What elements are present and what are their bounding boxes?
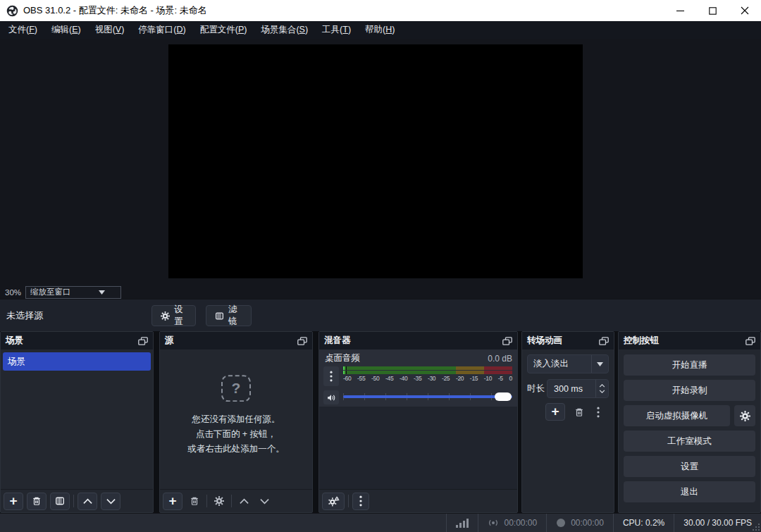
chevron-up-icon (240, 498, 249, 505)
gear-icon (214, 496, 224, 506)
menu-item[interactable]: 编辑(E) (44, 21, 88, 39)
channel-options-button[interactable] (323, 366, 339, 386)
menu-item[interactable]: 停靠窗口(D) (131, 21, 192, 39)
menu-item[interactable]: 帮助(H) (358, 21, 402, 39)
zoom-mode-dropdown[interactable]: 缩放至窗口 (25, 286, 121, 299)
chevron-down-icon (591, 355, 608, 373)
chevron-down-icon (99, 290, 105, 295)
advanced-audio-properties-button[interactable] (322, 493, 345, 510)
minimize-button[interactable] (664, 0, 696, 21)
move-scene-up-button[interactable] (78, 493, 97, 510)
chevron-down-icon (106, 498, 116, 505)
add-transition-button[interactable]: + (545, 403, 565, 421)
meter-bar-left (343, 366, 512, 370)
source-context-toolbar: 未选择源 设置 (0, 299, 761, 331)
mixer-options-button[interactable] (352, 493, 369, 510)
filter-icon (55, 496, 65, 506)
popout-icon[interactable] (599, 337, 609, 345)
trash-icon (574, 407, 584, 417)
toolbar-separator (73, 495, 74, 507)
stream-time-value: 00:00:00 (504, 518, 537, 528)
double-gear-icon (328, 496, 340, 507)
meter-scale-tick: 0 (509, 375, 512, 382)
plus-icon: + (9, 494, 17, 507)
settings-button[interactable]: 设置 (624, 456, 755, 477)
controls-panel: 控制按钮 开始直播 开始录制 启动虚拟摄像机 (618, 331, 761, 513)
transition-options-button[interactable] (593, 403, 603, 421)
move-scene-down-button[interactable] (101, 493, 120, 510)
menu-item[interactable]: 配置文件(P) (193, 21, 254, 39)
menu-item[interactable]: 工具(T) (315, 21, 358, 39)
virtual-camera-config-button[interactable] (734, 405, 755, 426)
source-properties-toolbar-button[interactable] (211, 493, 228, 510)
controls-panel-header: 控制按钮 (619, 332, 760, 349)
scene-filters-button[interactable] (50, 493, 70, 510)
maximize-button[interactable] (696, 0, 729, 21)
trash-icon (190, 496, 199, 506)
studio-mode-button[interactable]: 工作室模式 (624, 431, 755, 452)
cpu-usage-value: CPU: 0.2% (623, 518, 664, 528)
transition-select[interactable]: 淡入淡出 (527, 354, 609, 373)
exit-button[interactable]: 退出 (624, 481, 755, 502)
source-properties-button[interactable]: 设置 (151, 305, 196, 326)
popout-icon[interactable] (138, 337, 148, 345)
add-scene-button[interactable]: + (4, 493, 23, 510)
start-streaming-button[interactable]: 开始直播 (624, 354, 755, 376)
start-recording-button[interactable]: 开始录制 (624, 380, 755, 401)
sources-empty-line: 点击下面的 + 按钮， (160, 427, 312, 442)
remove-scene-button[interactable] (27, 493, 47, 510)
dock-area: 场景 场景 + (0, 331, 761, 513)
fps-value: 30.00 / 30.00 FPS (683, 518, 752, 528)
scenes-toolbar: + (1, 489, 153, 512)
remove-transition-button[interactable] (571, 403, 588, 421)
add-source-button[interactable]: + (163, 493, 182, 510)
meter-scale-tick: -60 (343, 375, 351, 382)
mixer-body: 桌面音频 0.0 dB (319, 349, 517, 489)
popout-icon[interactable] (297, 337, 307, 345)
record-icon (556, 518, 566, 528)
meter-scale-tick: -55 (357, 375, 365, 382)
record-time-value: 00:00:00 (571, 518, 604, 528)
remove-source-button[interactable] (186, 493, 203, 510)
menu-item[interactable]: 视图(V) (88, 21, 132, 39)
scenes-list: 场景 (1, 349, 153, 489)
source-filters-button[interactable]: 滤镜 (206, 305, 252, 326)
source-properties-label: 设置 (174, 304, 187, 328)
meter-scale-tick: -20 (456, 375, 464, 382)
sources-panel-header: 源 (160, 332, 312, 349)
spin-arrows[interactable] (595, 380, 608, 397)
window-title: OBS 31.0.2 - 配置文件: 未命名 - 场景: 未命名 (23, 4, 207, 17)
resize-grip[interactable] (752, 523, 760, 531)
move-source-down-button[interactable] (256, 493, 273, 510)
spin-up-icon (599, 384, 605, 388)
popout-icon[interactable] (502, 337, 512, 345)
kebab-menu-icon (597, 407, 600, 418)
move-source-up-button[interactable] (235, 493, 252, 510)
sources-list[interactable]: ? 您还没有添加任何源。 点击下面的 + 按钮， 或者右击此处添加一个。 (160, 349, 312, 489)
menu-item[interactable]: 场景集合(S) (254, 21, 315, 39)
program-canvas[interactable] (168, 44, 583, 278)
meter-bar-right (343, 371, 512, 374)
signal-bars-icon (456, 518, 469, 528)
virtual-camera-row: 启动虚拟摄像机 (624, 405, 755, 426)
menu-item[interactable]: 文件(F) (1, 21, 44, 39)
start-virtual-camera-button[interactable]: 启动虚拟摄像机 (624, 405, 730, 426)
transitions-panel-header: 转场动画 (522, 332, 614, 349)
desktop-audio-channel: 桌面音频 0.0 dB (319, 349, 517, 410)
popout-icon[interactable] (745, 337, 755, 345)
mute-button[interactable] (323, 390, 339, 404)
duration-spinbox[interactable]: 300 ms (547, 379, 609, 398)
controls-body: 开始直播 开始录制 启动虚拟摄像机 (619, 349, 760, 512)
volume-slider[interactable] (343, 392, 512, 402)
fps-indicator: 30.00 / 30.00 FPS (674, 518, 761, 528)
slider-handle[interactable] (495, 392, 512, 401)
scenes-panel-title: 场景 (6, 335, 23, 347)
scene-list-item[interactable]: 场景 (3, 352, 151, 371)
audio-mixer-panel: 混音器 桌面音频 0.0 dB (318, 331, 518, 513)
close-button[interactable] (729, 0, 761, 21)
channel-name-label: 桌面音频 (325, 352, 360, 364)
meter-scale-tick: -35 (414, 375, 421, 382)
sources-panel: 源 ? 您还没有添加任何源。 点击下面的 + 按钮， 或者右击此处添加一个。 + (159, 331, 313, 513)
speaker-icon (326, 393, 336, 402)
chevron-up-icon (83, 498, 92, 505)
